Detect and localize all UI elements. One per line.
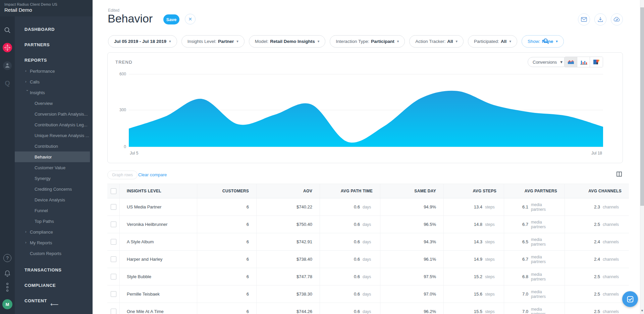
sidebar-item-unique-revenue-analysis[interactable]: Unique Revenue Analysis ...: [15, 130, 93, 141]
sidebar-item-contribution[interactable]: Contribution: [15, 141, 93, 151]
filter-label: Participated:: [474, 39, 499, 44]
cell-value: $738.30: [297, 292, 312, 297]
sidebar-item-compliance[interactable]: ›Compliance: [15, 227, 93, 237]
filter-label: Show:: [528, 39, 540, 44]
tasks-fab-button[interactable]: [622, 291, 638, 307]
sidebar-item-performance[interactable]: ›Performance: [15, 66, 93, 76]
download-report-button[interactable]: [594, 13, 606, 25]
cell-value: US Media Partner: [127, 204, 161, 209]
sidebar-item-behavior[interactable]: Behavior: [15, 151, 90, 162]
sidebar-item-top-paths[interactable]: Top Paths: [15, 216, 93, 227]
discard-changes-button[interactable]: ✕: [185, 14, 196, 24]
notifications-button[interactable]: [0, 268, 15, 278]
cell-unit: days: [363, 240, 373, 244]
cell-unit: media partners: [531, 272, 557, 281]
sidebar-item-conversion-path-analysis[interactable]: Conversion Path Analysis...: [15, 109, 93, 119]
cell-value: 6: [247, 222, 249, 227]
cell-value: 13.4: [474, 204, 482, 209]
row-checkbox[interactable]: [111, 204, 116, 210]
sidebar-nav: DASHBOARDPARTNERSREPORTS›Performance›Cal…: [15, 16, 93, 314]
chart-type-mosaic[interactable]: [590, 57, 603, 67]
sidebar-item-customer-value[interactable]: Customer Value: [15, 162, 93, 173]
sidebar-item-transactions[interactable]: TRANSACTIONS: [15, 262, 93, 277]
more-options-button[interactable]: [0, 282, 15, 293]
metric-dropdown[interactable]: Conversions ▼: [528, 57, 568, 67]
help-button[interactable]: ?: [0, 253, 15, 263]
filter-interaction-type[interactable]: Interaction Type:Participant▾: [330, 35, 405, 48]
sidebar-item-label: Calls: [30, 79, 40, 84]
scrollbar-down-arrow[interactable]: ▼: [641, 309, 644, 312]
cell-insights_level: US Media Partner: [120, 198, 197, 215]
contacts-button[interactable]: [0, 61, 15, 71]
cell-value: 6: [247, 274, 249, 279]
collapse-sidebar-icon[interactable]: ⟵: [50, 301, 58, 308]
sidebar-item-compliance[interactable]: COMPLIANCE: [15, 277, 93, 293]
cell-value: 96.5%: [424, 222, 436, 227]
cell-checkbox: [107, 303, 120, 314]
select-all-checkbox[interactable]: [111, 188, 116, 194]
graph-rows-button[interactable]: Graph rows: [107, 171, 138, 179]
row-checkbox[interactable]: [111, 256, 116, 262]
sidebar-item-contribution-analysis-leg[interactable]: Contribution Analysis Leg...: [15, 119, 93, 130]
sidebar-item-calls[interactable]: ›Calls: [15, 76, 93, 87]
filter-model[interactable]: Model:Retail Demo Insights▾: [249, 35, 326, 48]
row-checkbox[interactable]: [111, 291, 116, 297]
sidebar-item-overview[interactable]: Overview: [15, 98, 93, 109]
sidebar-item-dashboard[interactable]: DASHBOARD: [15, 21, 93, 37]
cell-value: 6.7: [522, 222, 528, 227]
avatar-initial: M: [2, 299, 12, 309]
cell-aov: $744.26: [257, 303, 320, 314]
cell-customers: 6: [197, 286, 257, 303]
save-button[interactable]: Save: [163, 14, 179, 24]
sidebar-item-funnel[interactable]: Funnel: [15, 205, 93, 216]
rail-search-button[interactable]: [0, 25, 15, 35]
sidebar-item-synergy[interactable]: Synergy: [15, 173, 93, 184]
table-search-button[interactable]: [540, 35, 552, 48]
cell-same_day: 96.1%: [380, 251, 444, 268]
sidebar-item-custom-reports[interactable]: Custom Reports: [15, 248, 93, 259]
table-row: One Mile At A Time6$744.260.6days96.2%15…: [107, 303, 629, 314]
chart-type-bar[interactable]: [577, 57, 590, 67]
account-switcher[interactable]: Impact Radius Client Demo US Retail Demo: [0, 0, 93, 16]
cell-unit: steps: [485, 309, 496, 314]
cell-unit: channels: [603, 274, 622, 279]
scrollbar-thumb[interactable]: [640, 7, 644, 206]
cell-avg_partners: 6.7media partners: [504, 216, 565, 233]
cell-customers: 6: [197, 216, 257, 233]
sidebar-item-label: Top Paths: [35, 219, 54, 224]
scheduled-export-button[interactable]: [611, 13, 623, 25]
sidebar-item-insights[interactable]: ›Insights: [15, 87, 93, 98]
filter-participated[interactable]: Participated:All▾: [468, 35, 517, 48]
cell-value: $744.26: [297, 309, 312, 314]
cell-avg_partners: 7.0media partners: [504, 286, 565, 303]
cell-value: 2.5: [594, 292, 600, 297]
row-checkbox[interactable]: [111, 239, 116, 245]
column-picker-button[interactable]: [616, 172, 622, 178]
chevron-down-icon: ▾: [509, 39, 511, 44]
impact-logo-button[interactable]: [0, 43, 15, 53]
filter-value: All: [501, 39, 506, 44]
cell-value: A Style Album: [127, 239, 154, 244]
sidebar-item-device-analysis[interactable]: Device Analysis: [15, 194, 93, 205]
row-checkbox[interactable]: [111, 309, 116, 314]
filter-value: Jul 05 2019 - Jul 18 2019: [114, 39, 166, 44]
sidebar-item-partners[interactable]: PARTNERS: [15, 37, 93, 52]
filter-value: All: [447, 39, 453, 44]
row-checkbox[interactable]: [111, 274, 116, 279]
q-app-button[interactable]: Q: [0, 78, 15, 88]
sidebar-item-my-reports[interactable]: ›My Reports: [15, 237, 93, 248]
trend-panel-title: TREND: [115, 60, 132, 65]
filter-label: Action Tracker:: [415, 39, 445, 44]
chart-type-area[interactable]: [565, 57, 577, 67]
sidebar-item-label: Performance: [30, 69, 55, 74]
row-checkbox[interactable]: [111, 222, 116, 227]
clear-compare-link[interactable]: Clear compare: [138, 172, 167, 177]
cell-value: 0.6: [354, 292, 360, 297]
sidebar-item-crediting-concerns[interactable]: Crediting Concerns: [15, 184, 93, 194]
filter-action-tracker[interactable]: Action Tracker:All▾: [409, 35, 464, 48]
user-avatar[interactable]: M: [0, 299, 15, 310]
filter-insights-level[interactable]: Insights Level:Partner▾: [181, 35, 245, 48]
filter-jul-05-2019-jul-18-2019[interactable]: Jul 05 2019 - Jul 18 2019▾: [108, 35, 177, 48]
trend-area-chart[interactable]: [129, 74, 603, 147]
email-report-button[interactable]: [578, 13, 590, 25]
